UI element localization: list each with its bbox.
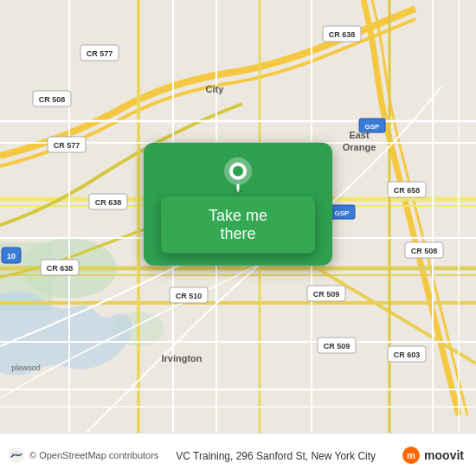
- svg-text:m: m: [407, 450, 415, 460]
- svg-text:CR 638: CR 638: [47, 264, 74, 273]
- osm-logo-icon: [9, 447, 24, 463]
- button-overlay: Take me there: [144, 143, 332, 266]
- svg-text:CR 510: CR 510: [176, 292, 203, 300]
- footer-address: VC Training, 296 Sanford St, New York Ci…: [176, 450, 376, 462]
- svg-text:City: City: [206, 84, 225, 94]
- svg-point-62: [233, 166, 243, 177]
- svg-text:CR 508: CR 508: [411, 247, 438, 255]
- osm-credit-text: © OpenStreetMap contributors: [29, 450, 158, 460]
- svg-text:CR 603: CR 603: [394, 351, 421, 359]
- svg-text:CR 638: CR 638: [95, 198, 122, 207]
- svg-text:CR 508: CR 508: [39, 95, 66, 104]
- svg-text:CR 509: CR 509: [313, 290, 340, 299]
- footer-left: © OpenStreetMap contributors: [9, 447, 158, 463]
- svg-text:CR 577: CR 577: [87, 49, 113, 58]
- svg-text:CR 658: CR 658: [394, 186, 421, 195]
- map-container: CR 577 CR 638 CR 508 CR 577 CR 638 CR 63…: [0, 0, 476, 433]
- svg-text:GSP: GSP: [335, 209, 351, 217]
- svg-text:Irvington: Irvington: [161, 353, 202, 363]
- svg-text:10: 10: [7, 252, 16, 261]
- svg-text:CR 577: CR 577: [54, 141, 80, 150]
- footer-address-wrap: VC Training, 296 Sanford St, New York Ci…: [176, 447, 376, 463]
- svg-text:CR 638: CR 638: [329, 30, 356, 39]
- take-me-there-button[interactable]: Take me there: [161, 196, 315, 254]
- moovit-icon: m: [402, 446, 421, 465]
- svg-point-63: [235, 190, 241, 193]
- pin-icon-wrap: [222, 157, 254, 193]
- footer-bar: © OpenStreetMap contributors VC Training…: [0, 433, 476, 476]
- moovit-brand-text: moovit: [424, 448, 464, 462]
- svg-text:East: East: [349, 130, 370, 140]
- moovit-branding: m moovit: [393, 446, 464, 465]
- svg-text:CR 509: CR 509: [324, 342, 351, 351]
- moovit-logo: m moovit: [402, 446, 464, 465]
- svg-text:plewood: plewood: [11, 363, 41, 372]
- location-pin-icon: [222, 157, 254, 193]
- card-popup: Take me there: [144, 143, 332, 266]
- svg-text:Orange: Orange: [343, 142, 376, 152]
